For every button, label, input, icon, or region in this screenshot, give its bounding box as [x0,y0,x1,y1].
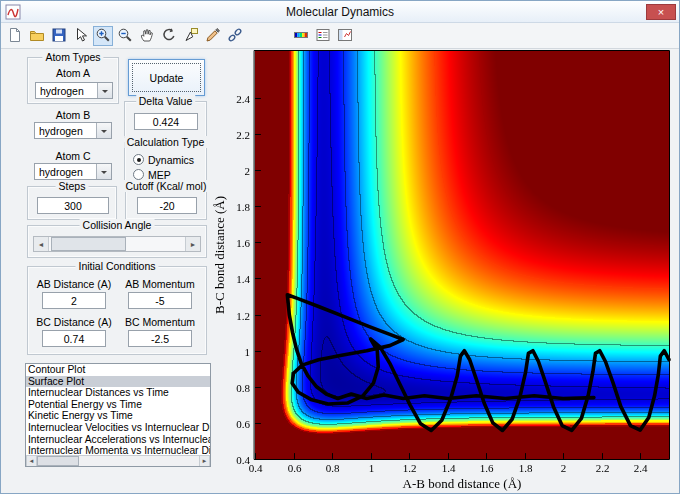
ab-momentum-field: AB Momentum [122,278,198,309]
zoom-out-icon [117,27,133,45]
data-cursor-icon [183,27,199,45]
slider-thumb[interactable] [51,237,126,251]
atom-c-value: hydrogen [35,164,96,179]
open-file-icon [29,27,45,45]
bc-distance-input[interactable] [42,330,106,347]
toolbar [1,23,679,49]
atom-types-title: Atom Types [42,51,103,63]
bc-distance-label: BC Distance (A) [36,316,112,328]
atom-c-label: Atom C [27,150,119,162]
steps-panel: Steps [27,186,117,220]
brush-data-icon [205,27,221,45]
hscroll-track[interactable] [37,456,199,466]
bc-distance-field: BC Distance (A) [36,316,112,347]
cutoff-panel: Cutoff (Kcal/ mol) [125,186,207,220]
cutoff-input[interactable] [137,197,197,214]
save-figure-icon [51,27,67,45]
zoom-in-icon [95,27,111,45]
data-cursor-button[interactable] [181,26,201,46]
chevron-down-icon[interactable] [96,164,111,179]
new-figure-icon [7,27,23,45]
atom-a-label: Atom A [28,67,118,79]
mep-radio-label: MEP [148,169,171,181]
initial-conditions-grid: AB Distance (A)AB MomentumBC Distance (A… [28,267,206,347]
plot-list-item[interactable]: Contour Plot [26,364,210,376]
dynamics-radio-label: Dynamics [148,154,194,166]
plot-list-item[interactable]: Surface Plot [26,376,210,388]
collision-angle-panel: Collision Angle ◄ ► [27,225,207,258]
atom-c-dropdown[interactable]: hydrogen [34,163,112,180]
plot-list-item[interactable]: Internuclear Momenta vs Internuclear Dis… [26,445,210,455]
title-bar[interactable]: Molecular Dynamics × [1,1,679,23]
brush-data-button[interactable] [203,26,223,46]
atom-a-value: hydrogen [36,83,97,98]
insert-colorbar-button[interactable] [291,26,311,46]
slider-track[interactable] [49,237,185,251]
steps-input[interactable] [37,197,109,214]
atom-types-panel: Atom Types Atom A hydrogen [27,57,119,104]
ab-distance-input[interactable] [42,292,106,309]
window-title: Molecular Dynamics [1,5,679,19]
hscroll-left-arrow-icon[interactable]: ◄ [26,456,37,466]
ab-distance-field: AB Distance (A) [36,278,112,309]
atom-b-dropdown[interactable]: hydrogen [34,122,112,139]
rotate-3d-button[interactable] [159,26,179,46]
hscroll-thumb[interactable] [37,456,79,466]
cutoff-title: Cutoff (Kcal/ mol) [123,180,210,192]
insert-colorbar-icon [293,27,309,45]
plot-type-list: Contour PlotSurface PlotInternuclear Dis… [26,364,210,455]
insert-legend-icon [315,27,331,45]
collision-angle-slider[interactable]: ◄ ► [33,236,201,252]
save-figure-button[interactable] [49,26,69,46]
bc-momentum-input[interactable] [128,330,192,347]
pes-contour-canvas[interactable] [211,49,679,493]
show-plot-tools-icon [337,27,353,45]
steps-title: Steps [56,180,89,192]
pan-hand-button[interactable] [137,26,157,46]
atom-b-label: Atom B [27,109,119,121]
initial-conditions-title: Initial Conditions [75,260,158,272]
slider-left-arrow-icon[interactable]: ◄ [34,237,49,251]
plot-region [211,49,679,493]
plot-list-item[interactable]: Internuclear Distances vs Time [26,387,210,399]
link-plots-icon [227,27,243,45]
delta-value-panel: Delta Value [124,101,207,138]
plot-type-listbox[interactable]: Contour PlotSurface PlotInternuclear Dis… [25,363,211,467]
plot-list-item[interactable]: Internuclear Accelerations vs Internucle… [26,434,210,446]
app-window: Molecular Dynamics × Atom Types Atom A h… [0,0,680,494]
initial-conditions-panel: Initial Conditions AB Distance (A)AB Mom… [27,266,207,355]
plot-list-item[interactable]: Kinetic Energy vs Time [26,410,210,422]
bc-momentum-field: BC Momentum [122,316,198,347]
radio-circle-icon [133,154,144,165]
radio-circle-icon [133,169,144,180]
close-button[interactable]: × [646,4,676,20]
zoom-in-button[interactable] [93,26,113,46]
slider-right-arrow-icon[interactable]: ► [185,237,200,251]
ab-momentum-input[interactable] [128,292,192,309]
zoom-out-button[interactable] [115,26,135,46]
update-button[interactable]: Update [128,59,205,96]
hscroll-right-arrow-icon[interactable]: ► [199,456,210,466]
atom-a-dropdown[interactable]: hydrogen [35,82,113,99]
plot-list-item[interactable]: Internuclear Velocities vs Internuclear … [26,422,210,434]
insert-legend-button[interactable] [313,26,333,46]
delta-value-input[interactable] [134,113,198,130]
plot-list-item[interactable]: Potential Energy vs Time [26,399,210,411]
chevron-down-icon[interactable] [97,83,112,98]
bc-momentum-label: BC Momentum [122,316,198,328]
collision-angle-title: Collision Angle [80,219,155,231]
chevron-down-icon[interactable] [96,123,111,138]
open-file-button[interactable] [27,26,47,46]
pan-hand-icon [139,27,155,45]
edit-pointer-icon [73,27,89,45]
main-content: Atom Types Atom A hydrogen Atom B hydrog… [1,49,679,493]
show-plot-tools-button[interactable] [335,26,355,46]
listbox-hscrollbar[interactable]: ◄ ► [26,455,210,466]
edit-pointer-button[interactable] [71,26,91,46]
atom-b-value: hydrogen [35,123,96,138]
link-plots-button[interactable] [225,26,245,46]
ab-momentum-label: AB Momentum [122,278,198,290]
dynamics-radio[interactable]: Dynamics [133,152,206,167]
calculation-type-title: Calculation Type [124,136,207,148]
new-figure-button[interactable] [5,26,25,46]
